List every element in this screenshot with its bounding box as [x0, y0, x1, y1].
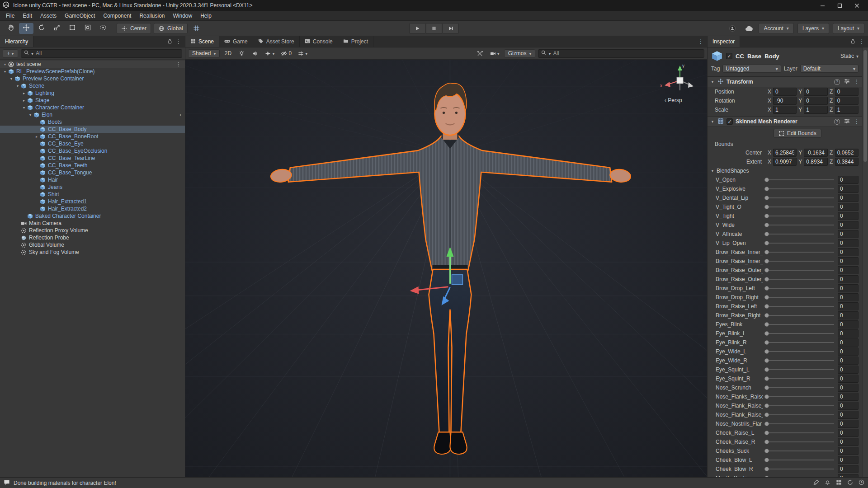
help-icon[interactable]: ? [834, 119, 840, 125]
bounds-extent-z-field[interactable] [835, 158, 859, 166]
tab-inspector[interactable]: Inspector [708, 36, 740, 47]
renderer-enabled-checkbox[interactable]: ✓ [726, 118, 733, 125]
blendshape-slider[interactable] [764, 303, 834, 310]
blendshape-slider[interactable] [764, 384, 834, 391]
blendshape-value-field[interactable] [838, 320, 859, 328]
hierarchy-item-scene[interactable]: ▾Scene [0, 82, 185, 89]
inspector-scrollbar[interactable] [862, 47, 868, 477]
blendshape-slider[interactable] [764, 267, 834, 274]
blendshape-value-field[interactable] [838, 429, 859, 437]
presets-icon[interactable] [844, 118, 850, 125]
skinned-mesh-renderer-header[interactable]: ▾ ✓ Skinned Mesh Renderer ? ⋮ [708, 116, 862, 127]
presets-icon[interactable] [844, 79, 850, 85]
slider-handle[interactable] [764, 349, 769, 354]
menu-gameobject[interactable]: GameObject [61, 12, 99, 20]
blendshape-slider[interactable] [764, 276, 834, 283]
blendshape-value-field[interactable] [838, 456, 859, 464]
scrollbar-thumb[interactable] [863, 50, 867, 162]
slider-handle[interactable] [764, 431, 769, 435]
activity-icon[interactable] [859, 479, 864, 487]
hierarchy-item-cc-base-tearline[interactable]: CC_Base_TearLine [0, 155, 185, 162]
bounds-center-x-field[interactable] [773, 149, 797, 157]
slider-handle[interactable] [764, 187, 769, 191]
blendshape-slider[interactable] [764, 438, 834, 446]
blendshape-value-field[interactable] [838, 248, 859, 256]
hierarchy-item-test-scene[interactable]: ▾test scene⋮ [0, 61, 185, 68]
kebab-menu-icon[interactable]: ⋮ [698, 38, 703, 45]
blendshape-value-field[interactable] [838, 302, 859, 310]
slider-handle[interactable] [764, 413, 769, 417]
hierarchy-item-global-volume[interactable]: Global Volume [0, 241, 185, 249]
scale-y-field[interactable] [804, 106, 827, 114]
menu-assets[interactable]: Assets [36, 12, 61, 20]
lock-icon[interactable] [167, 38, 172, 45]
slider-handle[interactable] [764, 367, 769, 372]
hierarchy-item-sky-and-fog-volume[interactable]: Sky and Fog Volume [0, 249, 185, 256]
bounds-center-y-field[interactable] [804, 149, 827, 157]
blendshape-slider[interactable] [764, 393, 834, 400]
layers-dropdown[interactable]: Layers▾ [797, 23, 829, 34]
hierarchy-item-cc-base-eye[interactable]: CC_Base_Eye [0, 140, 185, 147]
blendshape-value-field[interactable] [838, 474, 859, 477]
blendshape-slider[interactable] [764, 321, 834, 328]
pan-tool-button[interactable] [4, 23, 18, 34]
position-z-field[interactable] [835, 88, 859, 96]
gizmo-plane-handle[interactable] [452, 275, 462, 285]
expand-arrow-icon[interactable]: ▾ [27, 113, 33, 117]
blendshape-value-field[interactable] [838, 185, 859, 193]
blendshape-slider[interactable] [764, 239, 834, 247]
gizmo-center-cube[interactable] [677, 77, 683, 84]
2d-toggle-button[interactable]: 2D [222, 49, 233, 58]
blendshape-value-field[interactable] [838, 230, 859, 238]
hierarchy-item-hair[interactable]: Hair [0, 176, 185, 183]
scale-x-field[interactable] [773, 106, 797, 114]
blendshape-slider[interactable] [764, 194, 834, 202]
gizmo-y-cone[interactable] [678, 66, 682, 70]
hierarchy-item-cc-base-eyeocclusion[interactable]: CC_Base_EyeOcclusion [0, 147, 185, 155]
foldout-arrow-icon[interactable]: ▾ [710, 119, 715, 124]
gizmo-x-cone[interactable] [665, 82, 670, 87]
blendshape-slider[interactable] [764, 465, 834, 473]
tab-project[interactable]: Project [338, 36, 373, 47]
slider-handle[interactable] [764, 268, 769, 272]
expand-arrow-icon[interactable]: ▾ [2, 62, 8, 66]
expand-arrow-icon[interactable]: ▸ [21, 99, 27, 103]
foldout-arrow-icon[interactable]: ▾ [710, 80, 715, 84]
slider-handle[interactable] [764, 404, 769, 408]
blendshape-slider[interactable] [764, 402, 834, 409]
hierarchy-item-lighting[interactable]: ▸Lighting [0, 89, 185, 97]
transform-tool-button[interactable] [80, 23, 95, 34]
open-prefab-arrow-icon[interactable]: › [179, 112, 181, 118]
perspective-label[interactable]: ‹ Persp [658, 97, 702, 103]
bell-icon[interactable] [825, 479, 830, 487]
slider-handle[interactable] [764, 376, 769, 381]
kebab-menu-icon[interactable]: ⋮ [176, 38, 181, 45]
slider-handle[interactable] [764, 196, 769, 200]
blendshape-value-field[interactable] [838, 366, 859, 374]
bounds-center-z-field[interactable] [835, 149, 859, 157]
blendshape-value-field[interactable] [838, 438, 859, 446]
slider-handle[interactable] [764, 476, 769, 477]
slider-handle[interactable] [764, 241, 769, 245]
handle-orientation-button[interactable]: Global [154, 23, 188, 34]
hierarchy-item-jeans[interactable]: Jeans [0, 183, 185, 191]
slider-handle[interactable] [764, 205, 769, 209]
hierarchy-item-main-camera[interactable]: Main Camera [0, 220, 185, 227]
blendshape-slider[interactable] [764, 330, 834, 337]
blendshape-value-field[interactable] [838, 257, 859, 265]
slider-handle[interactable] [764, 232, 769, 236]
scene-audio-icon[interactable] [250, 49, 260, 58]
blendshape-slider[interactable] [764, 203, 834, 211]
tag-dropdown[interactable]: Untagged▾ [722, 65, 781, 73]
slider-handle[interactable] [764, 277, 769, 282]
position-x-field[interactable] [773, 88, 797, 96]
minimize-button[interactable] [814, 0, 831, 10]
hierarchy-item-hair-extracted2[interactable]: Hair_Extracted2 [0, 205, 185, 212]
slider-handle[interactable] [764, 467, 769, 471]
rotation-x-field[interactable] [773, 97, 797, 105]
hierarchy-item-boots[interactable]: Boots [0, 118, 185, 126]
close-button[interactable] [848, 0, 865, 10]
blendshape-slider[interactable] [764, 429, 834, 436]
grid-snap-icon[interactable] [190, 23, 203, 34]
kebab-menu-icon[interactable]: ⋮ [176, 61, 181, 67]
